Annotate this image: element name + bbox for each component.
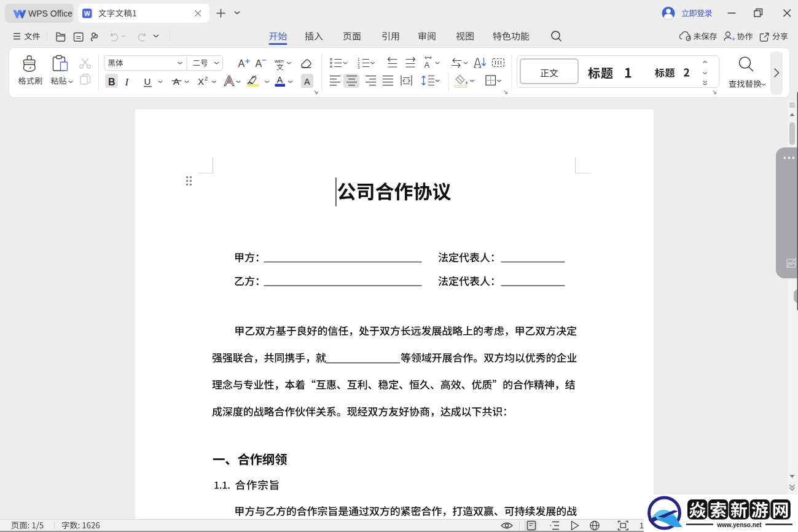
svg-text:1: 1: [640, 522, 644, 530]
svg-text:W: W: [84, 10, 90, 17]
svg-text:B: B: [108, 77, 115, 87]
svg-text:X: X: [198, 76, 204, 87]
svg-text:A: A: [238, 58, 245, 69]
svg-text:A: A: [256, 58, 262, 69]
svg-text:I: I: [125, 76, 130, 88]
svg-text:U: U: [144, 76, 151, 87]
svg-text:3: 3: [358, 65, 360, 69]
svg-text:WPS Office: WPS Office: [28, 9, 72, 18]
svg-text:A: A: [424, 60, 430, 69]
svg-text:A: A: [304, 77, 310, 87]
svg-text:2: 2: [205, 76, 208, 82]
svg-text:A: A: [277, 75, 283, 85]
svg-text:wén: wén: [274, 58, 284, 64]
svg-text:A: A: [173, 76, 179, 87]
svg-text:www.yenso.net: www.yenso.net: [716, 522, 762, 528]
